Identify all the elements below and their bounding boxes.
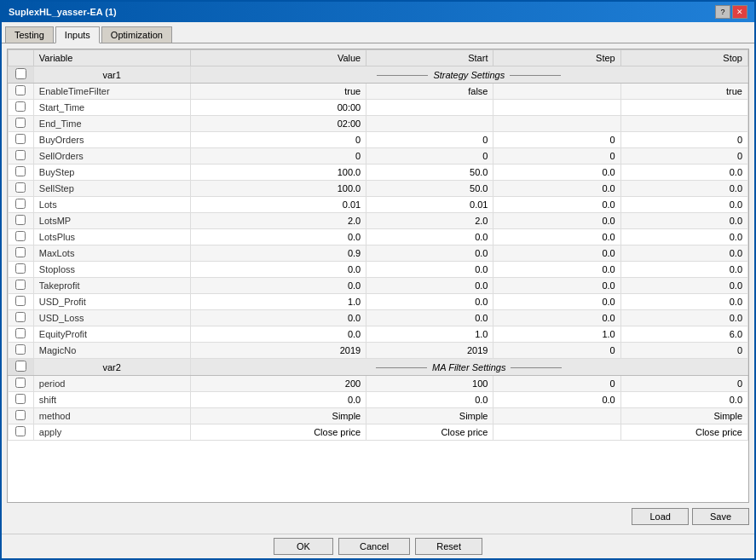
row-start: 2019	[366, 343, 493, 359]
row-step	[493, 116, 620, 132]
ok-button[interactable]: OK	[274, 538, 333, 555]
row-step: 0.0	[493, 278, 620, 294]
row-value: 0.0	[190, 262, 366, 278]
row-checkbox-cell	[9, 84, 34, 100]
help-button[interactable]: ?	[715, 5, 730, 19]
row-variable-name: SellOrders	[33, 148, 190, 165]
row-checkbox[interactable]	[15, 247, 26, 257]
row-step: 0.0	[493, 310, 620, 326]
tab-optimization[interactable]: Optimization	[101, 26, 172, 43]
row-checkbox-cell	[9, 213, 34, 229]
row-stop: 0.0	[620, 245, 747, 262]
row-checkbox-cell	[9, 376, 34, 392]
row-checkbox-cell	[9, 165, 34, 181]
row-checkbox[interactable]	[15, 199, 26, 209]
table-row: LotsPlus0.00.00.00.0	[9, 229, 748, 245]
cancel-button[interactable]: Cancel	[338, 538, 410, 555]
row-step	[493, 424, 620, 441]
load-button[interactable]: Load	[632, 508, 688, 525]
row-checkbox[interactable]	[15, 394, 26, 404]
row-start: 50.0	[366, 165, 493, 181]
row-start: 1.0	[366, 326, 493, 343]
row-checkbox[interactable]	[15, 263, 26, 274]
row-value: true	[190, 84, 366, 100]
row-value: 0.01	[190, 197, 366, 213]
row-step: 0.0	[493, 245, 620, 262]
row-stop: 0	[620, 343, 747, 359]
col-header-step: Step	[493, 50, 620, 66]
row-step: 0	[493, 148, 620, 165]
row-variable-name: MagicNo	[33, 343, 190, 359]
row-checkbox[interactable]	[15, 361, 26, 372]
row-stop: 0.0	[620, 262, 747, 278]
row-stop: Simple	[620, 408, 747, 424]
row-stop: 0.0	[620, 294, 747, 310]
table-row: Lots0.010.010.00.0	[9, 197, 748, 213]
row-step: 0.0	[493, 197, 620, 213]
row-start: 0	[366, 132, 493, 148]
row-value: 0.0	[190, 310, 366, 326]
row-checkbox[interactable]	[15, 328, 26, 338]
row-stop: 0	[620, 132, 747, 148]
row-start: 100	[366, 376, 493, 392]
row-checkbox-cell	[9, 132, 34, 148]
tab-testing[interactable]: Testing	[5, 26, 54, 43]
row-checkbox[interactable]	[15, 426, 26, 436]
row-step: 0.0	[493, 392, 620, 408]
row-checkbox[interactable]	[15, 101, 26, 112]
row-checkbox[interactable]	[15, 280, 26, 290]
row-stop: 0	[620, 148, 747, 165]
table-row: Stoploss0.00.00.00.0	[9, 262, 748, 278]
row-variable-name: LotsPlus	[33, 229, 190, 245]
row-step: 0	[493, 376, 620, 392]
bottom-buttons: Load Save	[7, 503, 749, 528]
row-checkbox[interactable]	[15, 182, 26, 193]
table-row: var2MA Filter Settings	[9, 359, 748, 376]
row-variable-name: EquityProfit	[33, 326, 190, 343]
row-checkbox-cell	[9, 197, 34, 213]
table-row: var1Strategy Settings	[9, 66, 748, 84]
row-checkbox[interactable]	[15, 344, 26, 355]
table-row: MagicNo2019201900	[9, 343, 748, 359]
row-step: 0.0	[493, 229, 620, 245]
row-variable-name: shift	[33, 392, 190, 408]
row-checkbox[interactable]	[15, 166, 26, 176]
reset-button[interactable]: Reset	[415, 538, 482, 555]
row-value: 200	[190, 376, 366, 392]
row-variable-name: End_Time	[33, 116, 190, 132]
row-checkbox-cell	[9, 343, 34, 359]
row-step: 0.0	[493, 213, 620, 229]
row-variable-name: Takeprofit	[33, 278, 190, 294]
row-checkbox[interactable]	[15, 68, 26, 79]
row-start: 0.0	[366, 262, 493, 278]
row-checkbox[interactable]	[15, 150, 26, 160]
row-checkbox[interactable]	[15, 118, 26, 128]
table-row: Takeprofit0.00.00.00.0	[9, 278, 748, 294]
separator-var-name: var1	[33, 66, 190, 84]
save-button[interactable]: Save	[692, 508, 749, 525]
row-checkbox[interactable]	[15, 85, 26, 95]
row-start: 0.0	[366, 245, 493, 262]
close-button[interactable]: ✕	[732, 5, 747, 19]
row-variable-name: Stoploss	[33, 262, 190, 278]
footer-bar: OK Cancel Reset	[2, 534, 754, 558]
row-checkbox[interactable]	[15, 410, 26, 420]
title-bar: SuplexHL_yasser-EA (1) ? ✕	[2, 2, 754, 22]
row-stop: 0.0	[620, 181, 747, 197]
row-checkbox-cell	[9, 181, 34, 197]
row-checkbox[interactable]	[15, 231, 26, 241]
row-step: 0.0	[493, 181, 620, 197]
row-checkbox-cell	[9, 262, 34, 278]
row-checkbox[interactable]	[15, 134, 26, 144]
row-checkbox[interactable]	[15, 378, 26, 388]
row-checkbox-cell	[9, 326, 34, 343]
separator-checkbox-cell	[9, 359, 34, 376]
row-start	[366, 100, 493, 116]
row-checkbox[interactable]	[15, 296, 26, 306]
row-checkbox[interactable]	[15, 312, 26, 322]
table-header-row: Variable Value Start Step Stop	[9, 50, 748, 66]
row-checkbox-cell	[9, 294, 34, 310]
tab-inputs[interactable]: Inputs	[55, 26, 100, 43]
row-value: 0.0	[190, 392, 366, 408]
row-checkbox[interactable]	[15, 215, 26, 225]
